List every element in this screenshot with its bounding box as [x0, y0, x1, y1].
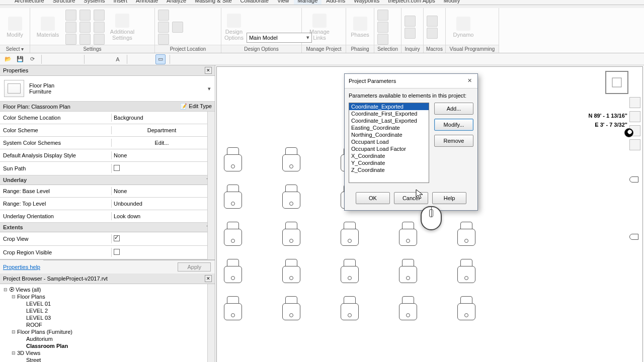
settings-small-1[interactable] [65, 10, 76, 21]
chair-symbol[interactable] [396, 296, 420, 322]
modify-button[interactable]: Modify... [434, 119, 473, 131]
qat-d[interactable] [89, 54, 99, 64]
qat-f[interactable] [131, 54, 141, 64]
qat-i[interactable] [186, 54, 196, 64]
section-underlay[interactable]: Underlay [0, 175, 215, 185]
qat-e[interactable] [101, 54, 111, 64]
prop-value[interactable]: None [111, 151, 212, 159]
chair-symbol[interactable] [279, 296, 303, 322]
sel-3[interactable] [377, 34, 388, 45]
chair-symbol[interactable] [338, 222, 362, 248]
settings-small-2[interactable] [65, 22, 76, 33]
settings-small-3[interactable] [65, 34, 76, 45]
list-item[interactable]: Y_Coordinate [349, 159, 429, 166]
nav-zoom-icon[interactable] [629, 111, 640, 122]
list-item[interactable]: Northing_Coordinate [349, 131, 429, 138]
list-item[interactable]: X_Coordinate [349, 152, 429, 159]
settings-small-5[interactable] [79, 22, 91, 33]
modify-tool[interactable]: Modify [3, 12, 27, 43]
add-button[interactable]: Add... [434, 103, 473, 115]
loc-small-3[interactable] [158, 34, 169, 45]
menu-Structure[interactable]: Structure [49, 0, 79, 5]
parameters-listbox[interactable]: Coordinate_ExportedCoordinate_First_Expo… [349, 103, 429, 183]
chair-symbol[interactable] [396, 222, 420, 248]
nav-home-icon[interactable] [629, 97, 640, 108]
chair-symbol[interactable] [279, 147, 303, 173]
section-extents[interactable]: Extents [0, 223, 215, 232]
loc-small-4[interactable] [172, 22, 183, 33]
elevation-marker[interactable] [629, 176, 638, 183]
settings-small-7[interactable] [94, 10, 105, 21]
qat-save-icon[interactable]: 💾 [15, 54, 25, 64]
nav-orbit-icon[interactable] [629, 139, 640, 150]
materials-button[interactable]: Materials [33, 12, 62, 43]
dynamo-button[interactable]: Dynamo [449, 12, 478, 43]
design-options-button[interactable]: Design Options [224, 12, 244, 43]
close-icon[interactable]: ✕ [205, 275, 212, 282]
instance-filter[interactable]: Floor Plan: Classroom Plan [3, 104, 180, 110]
prop-value[interactable] [111, 248, 212, 257]
list-item[interactable]: Coordinate_Exported [349, 103, 429, 110]
main-model-combo[interactable]: Main Model [247, 33, 312, 43]
apply-button[interactable]: Apply [178, 262, 211, 272]
compass-icon[interactable] [624, 128, 633, 137]
chair-symbol[interactable] [279, 222, 303, 248]
menu-theptech.com Apps[interactable]: theptech.com Apps [384, 0, 439, 5]
qat-j[interactable] [198, 54, 208, 64]
qat-sync-icon[interactable]: ⟳ [27, 54, 37, 64]
tree-item[interactable]: LEVEL 2 [2, 307, 213, 314]
additional-settings-button[interactable]: Additional Settings [108, 12, 137, 43]
loc-small-1[interactable] [158, 10, 169, 21]
settings-small-6[interactable] [79, 34, 91, 45]
qat-active-icon[interactable]: ▭ [155, 54, 166, 64]
type-selector[interactable]: Floor Plan Furniture ▾ [0, 76, 215, 102]
elevation-marker[interactable] [629, 234, 638, 240]
remove-button[interactable]: Remove [434, 135, 473, 147]
chair-symbol[interactable] [338, 296, 362, 322]
qat-open-icon[interactable]: 📂 [3, 54, 13, 64]
chair-symbol[interactable] [454, 296, 478, 322]
settings-small-8[interactable] [94, 22, 105, 33]
list-item[interactable]: Z_Coordinate [349, 166, 429, 173]
list-item[interactable]: Coordinate_First_Exported [349, 110, 429, 117]
prop-value[interactable] [111, 164, 212, 173]
mac-2[interactable] [427, 28, 438, 39]
prop-value[interactable]: Unbounded [111, 200, 212, 208]
menu-Modify[interactable]: Modify [440, 0, 464, 5]
chair-symbol[interactable] [221, 222, 245, 248]
prop-value[interactable]: Department [111, 126, 212, 134]
menu-View[interactable]: View [273, 0, 293, 5]
project-browser-tree[interactable]: ⊟⦿ Views (all) ⊟Floor Plans LEVEL 01LEVE… [0, 284, 215, 362]
qat-text-icon[interactable]: A [113, 54, 123, 64]
help-button[interactable]: Help [432, 192, 466, 204]
qat-a[interactable] [46, 54, 56, 64]
nav-bar[interactable] [629, 97, 640, 150]
chair-symbol[interactable] [221, 259, 245, 285]
chair-symbol[interactable] [221, 147, 245, 173]
menu-Architecture[interactable]: Architecture [11, 0, 48, 5]
chair-symbol[interactable] [221, 185, 245, 211]
menu-Insert[interactable]: Insert [110, 0, 132, 5]
prop-value[interactable]: Background [111, 114, 212, 122]
edit-type-button[interactable]: 📝 Edit Type [180, 103, 212, 110]
menu-Waypoints[interactable]: Waypoints [350, 0, 383, 5]
qat-h[interactable] [174, 54, 184, 64]
close-icon[interactable]: ✕ [205, 67, 212, 74]
chair-symbol[interactable] [279, 185, 303, 211]
chair-symbol[interactable] [454, 259, 478, 285]
menu-Systems[interactable]: Systems [79, 0, 109, 5]
cancel-button[interactable]: Cancel [394, 192, 428, 204]
list-item[interactable]: Occupant Load [349, 138, 429, 145]
tree-item[interactable]: LEVEL 01 [2, 300, 213, 307]
inq-1[interactable] [405, 16, 416, 27]
settings-small-9[interactable] [94, 34, 105, 45]
chair-symbol[interactable] [279, 259, 303, 285]
mac-1[interactable] [427, 16, 438, 27]
tree-item[interactable]: LEVEL 03 [2, 314, 213, 321]
menu-Annotate[interactable]: Annotate [132, 0, 162, 5]
phases-button[interactable]: Phases [349, 12, 371, 43]
menu-Analyze[interactable]: Analyze [163, 0, 190, 5]
dialog-close-icon[interactable]: ✕ [465, 77, 473, 85]
tree-item[interactable]: ROOF [2, 321, 213, 328]
list-item[interactable]: Coordinate_Last_Exported [349, 117, 429, 124]
